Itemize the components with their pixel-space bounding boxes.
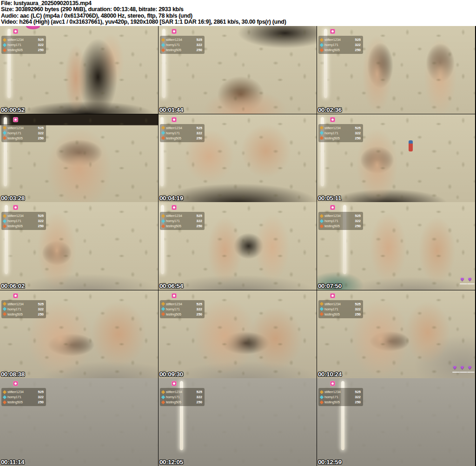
timestamp-label: 00:06:02 <box>1 282 25 289</box>
orange-badge-icon <box>161 224 165 228</box>
tipper-row: testing505 250 <box>320 312 361 317</box>
tipper-name: stiflerr1234 <box>7 214 36 218</box>
video-frame-thumbnail: stiflerr1234 525 horny171 322 testing505… <box>0 114 158 202</box>
tipper-name: testing505 <box>166 48 194 52</box>
tipper-amount: 525 <box>355 126 361 130</box>
purple-heart-icon: ♥ <box>468 365 471 370</box>
tipper-name: horny171 <box>324 219 353 223</box>
cam-site-logo-icon <box>13 29 18 34</box>
orange-badge-icon <box>320 400 324 404</box>
tipper-row: stiflerr1234 525 <box>162 125 202 131</box>
tipper-list-overlay: stiflerr1234 525 horny171 322 testing505… <box>160 212 205 230</box>
tipper-amount: 322 <box>38 307 44 311</box>
video-frame-thumbnail: stiflerr1234 525 horny171 322 testing505… <box>317 114 475 202</box>
tipper-amount: 322 <box>355 131 361 135</box>
timestamp-label: 00:04:19 <box>159 195 183 202</box>
timestamp-label: 00:12:05 <box>159 459 183 466</box>
teal-badge-icon <box>161 131 165 135</box>
tipper-row: testing505 250 <box>320 223 361 229</box>
tipper-name: stiflerr1234 <box>7 38 36 42</box>
cam-site-logo-icon <box>330 293 335 298</box>
orange-badge-icon <box>161 48 165 52</box>
tipper-amount: 322 <box>196 307 202 311</box>
tipper-amount: 525 <box>355 390 361 394</box>
cam-site-logo-icon <box>13 381 18 386</box>
tipper-list-overlay: stiflerr1234 525 horny171 322 testing505… <box>318 36 363 54</box>
tipper-name: testing505 <box>7 48 36 52</box>
tip-emoji-overlay: ♥♥ <box>461 276 471 282</box>
tipper-name: horny171 <box>7 307 36 311</box>
video-frame-thumbnail: stiflerr1234 525 horny171 322 testing505… <box>0 202 158 290</box>
gold-badge-icon <box>3 390 7 394</box>
timestamp-label: 00:03:28 <box>1 195 25 202</box>
tipper-row: horny171 322 <box>3 394 44 400</box>
gold-badge-icon <box>320 126 324 130</box>
video-frame-thumbnail: stiflerr1234 525 horny171 322 testing505… <box>159 202 317 290</box>
gold-badge-icon <box>161 214 165 217</box>
tipper-name: horny171 <box>166 131 194 135</box>
orange-badge-icon <box>320 312 324 316</box>
tipper-row: testing505 250 <box>162 400 202 405</box>
tipper-name: horny171 <box>166 219 194 223</box>
tipper-name: horny171 <box>324 131 353 135</box>
tipper-name: testing505 <box>324 224 353 228</box>
tipper-amount: 322 <box>355 219 361 223</box>
tipper-name: testing505 <box>166 400 194 404</box>
video-frame-thumbnail: stiflerr1234 525 horny171 322 testing505… <box>317 290 475 378</box>
tipper-row: horny171 322 <box>162 131 202 136</box>
tipper-amount: 525 <box>196 126 202 130</box>
tipper-row: stiflerr1234 525 <box>162 302 202 307</box>
tipper-row: stiflerr1234 525 <box>320 125 361 131</box>
teal-badge-icon <box>161 219 165 223</box>
tipper-row: stiflerr1234 525 <box>3 213 44 218</box>
orange-badge-icon <box>3 312 7 316</box>
gold-badge-icon <box>320 390 324 394</box>
tipper-amount: 322 <box>196 219 202 223</box>
tipper-amount: 322 <box>355 43 361 47</box>
tipper-name: horny171 <box>7 395 36 399</box>
gold-badge-icon <box>161 38 165 41</box>
cam-site-logo-icon <box>13 205 18 210</box>
teal-badge-icon <box>320 307 324 311</box>
tipper-list-overlay: stiflerr1234 525 horny171 322 testing505… <box>1 36 46 54</box>
tipper-amount: 322 <box>38 219 44 223</box>
tipper-list-overlay: stiflerr1234 525 horny171 322 testing505… <box>318 388 363 406</box>
tipper-amount: 525 <box>355 214 361 218</box>
tipper-row: stiflerr1234 525 <box>320 37 361 42</box>
tipper-row: horny171 322 <box>162 218 202 223</box>
tipper-amount: 525 <box>38 302 44 306</box>
tipper-list-overlay: stiflerr1234 525 horny171 322 testing505… <box>160 124 205 142</box>
video-frame-thumbnail: stiflerr1234 525 horny171 322 testing505… <box>317 26 475 114</box>
tipper-row: stiflerr1234 525 <box>162 389 202 394</box>
orange-badge-icon <box>320 224 324 228</box>
tipper-amount: 250 <box>196 48 202 52</box>
media-info-header: File: lustyaura_202509020135.mp4 Size: 3… <box>0 0 476 26</box>
gold-badge-icon <box>3 38 7 41</box>
teal-badge-icon <box>320 395 324 399</box>
tipper-name: testing505 <box>7 224 36 228</box>
tipper-name: horny171 <box>7 131 36 135</box>
file-info-line: File: lustyaura_202509020135.mp4 <box>1 0 476 7</box>
purple-heart-icon: ♥ <box>461 365 464 370</box>
timestamp-label: 00:06:54 <box>159 282 183 289</box>
tipper-name: horny171 <box>324 43 353 47</box>
gold-badge-icon <box>3 302 7 306</box>
tipper-amount: 250 <box>196 312 202 316</box>
video-frame-thumbnail: stiflerr1234 525 horny171 322 testing505… <box>317 202 475 290</box>
timestamp-label: 00:02:36 <box>318 106 342 113</box>
video-frame-thumbnail: stiflerr1234 525 horny171 322 testing505… <box>0 378 158 466</box>
audio-info-line: Audio: aac (LC) (mp4a / 0x6134706D), 480… <box>1 13 476 19</box>
gold-badge-icon <box>320 302 324 306</box>
tipper-amount: 322 <box>38 131 44 135</box>
orange-badge-icon <box>3 400 7 404</box>
tipper-amount: 525 <box>38 126 44 130</box>
cam-site-logo-icon <box>172 293 177 298</box>
tipper-name: horny171 <box>7 43 36 47</box>
tipper-name: stiflerr1234 <box>324 214 353 218</box>
timestamp-label: 00:00:52 <box>1 106 25 113</box>
tipper-amount: 250 <box>196 224 202 228</box>
tipper-name: horny171 <box>166 395 194 399</box>
gold-badge-icon <box>3 214 7 217</box>
tipper-name: testing505 <box>7 136 36 140</box>
teal-badge-icon <box>3 395 7 399</box>
